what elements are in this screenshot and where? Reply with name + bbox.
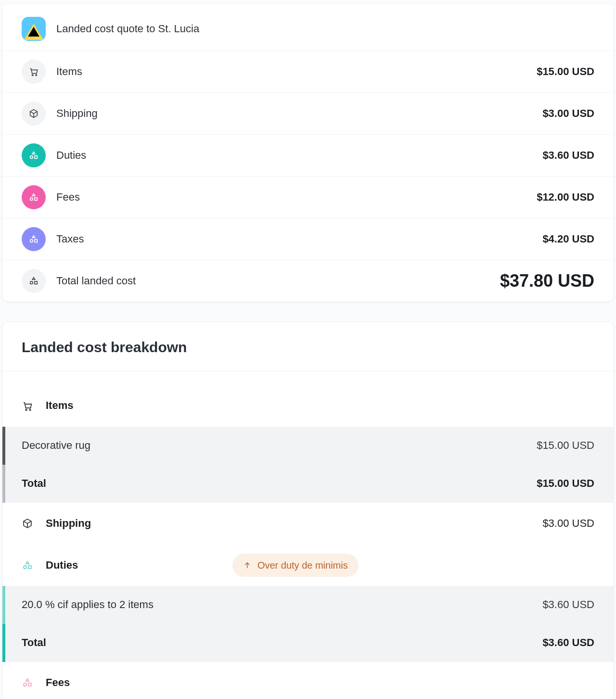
breakdown-section-duties: Duties Over duty de minimis: [2, 545, 614, 586]
summary-label: Duties: [56, 148, 86, 163]
landed-cost-summary-card: Landed cost quote to St. Lucia Items $15…: [2, 3, 614, 302]
summary-row-items: Items $15.00 USD: [2, 51, 614, 92]
summary-label: Items: [56, 64, 82, 79]
svg-point-6: [30, 240, 33, 242]
svg-point-14: [24, 683, 26, 686]
items-total-label: Total: [22, 476, 46, 491]
summary-value: $12.00 USD: [537, 190, 594, 205]
summary-value: $4.20 USD: [542, 232, 594, 247]
summary-title: Landed cost quote to St. Lucia: [56, 22, 199, 37]
duties-line: 20.0 % cif applies to 2 items $3.60 USD: [5, 586, 614, 624]
svg-rect-15: [28, 683, 31, 686]
svg-point-10: [26, 409, 27, 410]
svg-rect-5: [35, 198, 38, 201]
st-lucia-flag-icon: [22, 17, 46, 41]
breakdown-section-fees: Fees: [2, 662, 614, 699]
summary-label: Fees: [56, 190, 80, 205]
duties-total-label: Total: [22, 635, 46, 650]
duties-icon: [22, 559, 33, 571]
cart-icon: [22, 400, 33, 412]
duties-detail-block: 20.0 % cif applies to 2 items $3.60 USD: [2, 586, 614, 624]
landed-cost-breakdown-card: Landed cost breakdown Items Decorative r…: [2, 321, 614, 699]
package-icon: [22, 102, 46, 126]
svg-point-11: [29, 409, 31, 410]
summary-value: $15.00 USD: [537, 64, 594, 79]
svg-rect-9: [35, 281, 38, 284]
svg-point-12: [24, 566, 26, 569]
items-total-block: Total $15.00 USD: [2, 465, 614, 503]
fees-icon: [22, 677, 33, 688]
summary-row-shipping: Shipping $3.00 USD: [2, 92, 614, 134]
section-label: Duties: [46, 558, 78, 573]
breakdown-title: Landed cost breakdown: [2, 322, 614, 371]
duties-line-label: 20.0 % cif applies to 2 items: [22, 597, 154, 612]
fees-icon: [22, 185, 46, 209]
section-label: Fees: [46, 675, 70, 690]
duties-icon: [22, 143, 46, 167]
svg-point-1: [36, 75, 37, 76]
duties-line-value: $3.60 USD: [542, 597, 594, 612]
summary-value: $3.00 USD: [542, 106, 594, 121]
taxes-icon: [22, 227, 46, 251]
summary-total-value: $37.80 USD: [500, 269, 594, 293]
section-label: Items: [46, 398, 73, 413]
item-value: $15.00 USD: [537, 438, 594, 453]
summary-header: Landed cost quote to St. Lucia: [2, 3, 614, 51]
summary-total-label: Total landed cost: [56, 274, 136, 289]
arrow-up-icon: [243, 561, 252, 570]
breakdown-section-shipping: Shipping $3.00 USD: [2, 503, 614, 545]
cart-icon: [22, 60, 46, 84]
duties-total-row: Total $3.60 USD: [5, 624, 614, 662]
summary-row-duties: Duties $3.60 USD: [2, 134, 614, 176]
badge-text: Over duty de minimis: [257, 559, 348, 572]
summary-row-total: Total landed cost $37.80 USD: [2, 260, 614, 302]
items-total-row: Total $15.00 USD: [5, 465, 614, 503]
over-de-minimis-badge: Over duty de minimis: [232, 554, 359, 577]
svg-rect-3: [35, 156, 38, 159]
svg-point-4: [30, 198, 33, 201]
item-name: Decorative rug: [22, 438, 90, 453]
duties-total-block: Total $3.60 USD: [2, 624, 614, 662]
svg-rect-7: [35, 240, 38, 242]
summary-label: Taxes: [56, 232, 84, 247]
items-detail-block: Decorative rug $15.00 USD: [2, 427, 614, 465]
item-line: Decorative rug $15.00 USD: [5, 427, 614, 465]
svg-point-8: [30, 281, 33, 284]
svg-point-2: [30, 156, 33, 159]
shipping-value: $3.00 USD: [542, 516, 594, 531]
summary-row-fees: Fees $12.00 USD: [2, 176, 614, 218]
svg-point-0: [32, 75, 33, 76]
svg-rect-13: [28, 566, 31, 569]
summary-row-taxes: Taxes $4.20 USD: [2, 218, 614, 260]
section-label: Shipping: [46, 516, 91, 531]
total-icon: [22, 269, 46, 293]
items-total-value: $15.00 USD: [537, 476, 594, 491]
summary-label: Shipping: [56, 106, 98, 121]
summary-value: $3.60 USD: [542, 148, 594, 163]
duties-total-value: $3.60 USD: [542, 635, 594, 650]
breakdown-section-items: Items: [2, 371, 614, 427]
package-icon: [22, 518, 33, 529]
